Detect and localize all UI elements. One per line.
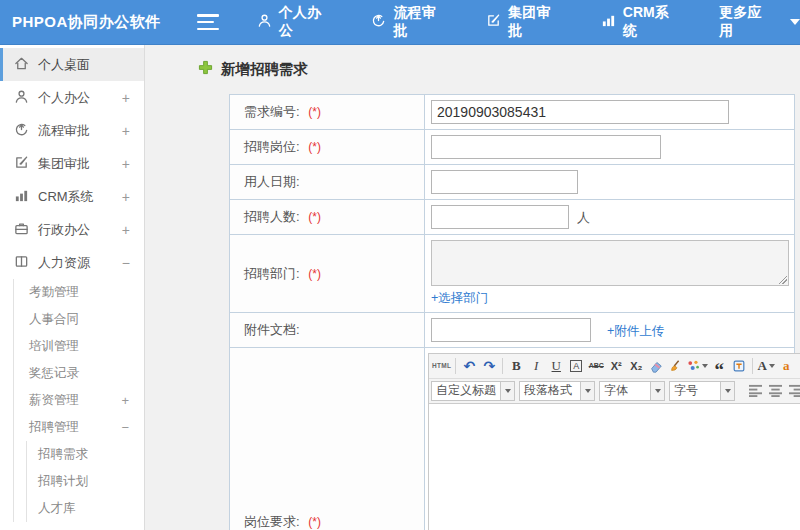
format-brush-icon <box>669 359 683 373</box>
req-no-input[interactable] <box>431 100 729 124</box>
eraser-button[interactable] <box>646 355 666 376</box>
expand-plus-icon[interactable]: + <box>122 123 130 139</box>
caret-down-icon <box>500 382 514 400</box>
eraser-icon <box>649 359 663 373</box>
sidebar: 个人桌面 个人办公 + 流程审批 + 集团审批 + <box>0 45 145 530</box>
form-row-headcount: 招聘人数: (*) 人 <box>230 200 795 235</box>
select-department-link[interactable]: +选择部门 <box>431 290 788 307</box>
sidebar-item-administration[interactable]: 行政办公 + <box>0 213 144 246</box>
nav-more-apps[interactable]: 更多应用 <box>719 4 800 40</box>
nav-personal-office[interactable]: 个人办公 <box>257 4 334 40</box>
caret-down-icon <box>650 382 664 400</box>
sidebar-item-crm-system[interactable]: CRM系统 + <box>0 180 144 213</box>
workflow-icon <box>14 122 38 140</box>
form-row-hire-date: 用人日期: <box>230 165 795 200</box>
align-right-button[interactable] <box>785 380 800 401</box>
sidebar-item-group-approval[interactable]: 集团审批 + <box>0 147 144 180</box>
hire-date-input[interactable] <box>431 170 578 194</box>
blockquote-button[interactable]: “ <box>709 355 729 376</box>
edit-square-icon <box>14 155 38 173</box>
sidebar-item-reward-punishment[interactable]: 奖惩记录 <box>14 360 144 387</box>
field-label: 招聘部门: <box>244 266 300 281</box>
format-brush-button[interactable] <box>666 355 686 376</box>
sidebar-item-personnel-contract[interactable]: 人事合同 <box>14 306 144 333</box>
nav-group-approval[interactable]: 集团审批 <box>486 4 563 40</box>
workflow-icon <box>371 13 393 31</box>
align-right-icon <box>788 384 800 397</box>
html-source-button[interactable]: HTML <box>431 355 452 376</box>
sidebar-item-recruitment-plan[interactable]: 招聘计划 <box>27 468 144 495</box>
bar-chart-icon <box>601 13 623 31</box>
book-icon <box>14 254 38 272</box>
align-center-button[interactable] <box>765 380 785 401</box>
expand-plus-icon[interactable]: + <box>122 156 130 172</box>
superscript-button[interactable]: X² <box>606 355 626 376</box>
rich-text-editor: HTML ↶ ↷ B I U A ABC X² X₂ <box>428 353 800 530</box>
align-left-button[interactable] <box>745 380 765 401</box>
add-plus-icon <box>198 60 213 79</box>
sidebar-item-personal-office[interactable]: 个人办公 + <box>0 81 144 114</box>
underline-button[interactable]: U <box>546 355 566 376</box>
resize-grip-icon[interactable] <box>778 275 787 284</box>
attachment-upload-link[interactable]: +附件上传 <box>607 324 664 338</box>
form-row-department: 招聘部门: (*) +选择部门 <box>230 235 795 313</box>
font-color-button[interactable]: A <box>756 355 776 376</box>
paragraph-format-select[interactable]: 段落格式 <box>519 381 595 401</box>
editor-content-area[interactable] <box>429 404 800 530</box>
collapse-minus-icon[interactable]: − <box>122 255 130 271</box>
font-border-button[interactable]: A <box>566 355 586 376</box>
heading-style-select[interactable]: 自定义标题 <box>431 381 515 401</box>
hamburger-menu-icon[interactable] <box>197 14 219 30</box>
required-mark: (*) <box>308 140 321 154</box>
sidebar-item-workflow-approval[interactable]: 流程审批 + <box>0 114 144 147</box>
editor-toolbar-row-2: 自定义标题 段落格式 字体 字号 <box>429 379 800 404</box>
italic-button[interactable]: I <box>526 355 546 376</box>
field-label: 招聘人数: <box>244 209 300 224</box>
paste-button[interactable] <box>729 355 749 376</box>
palette-icon <box>687 359 700 372</box>
position-input[interactable] <box>431 135 661 159</box>
headcount-input[interactable] <box>431 205 569 229</box>
sidebar-item-salary-mgmt[interactable]: 薪资管理 + <box>14 387 144 414</box>
sidebar-item-personal-desktop[interactable]: 个人桌面 <box>0 48 144 81</box>
sidebar-item-training-mgmt[interactable]: 培训管理 <box>14 333 144 360</box>
caret-down-icon <box>769 364 775 368</box>
headcount-unit: 人 <box>577 210 590 225</box>
caret-down-icon <box>790 19 800 25</box>
expand-plus-icon[interactable]: + <box>122 189 130 205</box>
sidebar-item-recruitment-mgmt[interactable]: 招聘管理 − <box>14 414 144 441</box>
nav-workflow-approval[interactable]: 流程审批 <box>371 4 448 40</box>
field-label: 需求编号: <box>244 104 300 119</box>
sidebar-item-human-resources[interactable]: 人力资源 − <box>0 246 144 279</box>
strikethrough-button[interactable]: ABC <box>586 355 606 376</box>
sidebar-item-attendance-mgmt[interactable]: 考勤管理 <box>14 279 144 306</box>
highlight-color-button[interactable]: a <box>776 355 796 376</box>
field-label: 岗位要求: <box>244 514 300 529</box>
form-row-req-no: 需求编号: (*) <box>230 95 795 130</box>
page-title: 新增招聘需求 <box>198 59 800 79</box>
undo-button[interactable]: ↶ <box>459 355 479 376</box>
hr-submenu: 考勤管理 人事合同 培训管理 奖惩记录 薪资管理 + 招聘管理 − 招聘需求 招… <box>13 279 144 522</box>
bold-button[interactable]: B <box>506 355 526 376</box>
expand-plus-icon[interactable]: + <box>122 222 130 238</box>
collapse-minus-icon[interactable]: − <box>121 420 129 435</box>
font-family-select[interactable]: 字体 <box>599 381 665 401</box>
subscript-button[interactable]: X₂ <box>626 355 646 376</box>
department-textarea[interactable] <box>431 240 789 286</box>
required-mark: (*) <box>308 210 321 224</box>
expand-plus-icon[interactable]: + <box>122 90 130 106</box>
attachment-input[interactable] <box>431 318 591 342</box>
expand-plus-icon[interactable]: + <box>121 393 129 408</box>
redo-button[interactable]: ↷ <box>479 355 499 376</box>
editor-toolbar-row-1: HTML ↶ ↷ B I U A ABC X² X₂ <box>429 354 800 379</box>
special-symbols-button[interactable] <box>686 355 709 376</box>
required-mark: (*) <box>308 515 321 529</box>
sidebar-item-recruitment-demand[interactable]: 招聘需求 <box>27 441 144 468</box>
font-size-select[interactable]: 字号 <box>669 381 735 401</box>
align-center-icon <box>768 384 783 397</box>
required-mark: (*) <box>308 105 321 119</box>
person-icon <box>257 13 279 31</box>
recruitment-demand-form: 需求编号: (*) 招聘岗位: (*) 用人日期: <box>229 94 795 530</box>
sidebar-item-talent-pool[interactable]: 人才库 <box>27 495 144 522</box>
nav-crm-system[interactable]: CRM系统 <box>601 4 682 40</box>
